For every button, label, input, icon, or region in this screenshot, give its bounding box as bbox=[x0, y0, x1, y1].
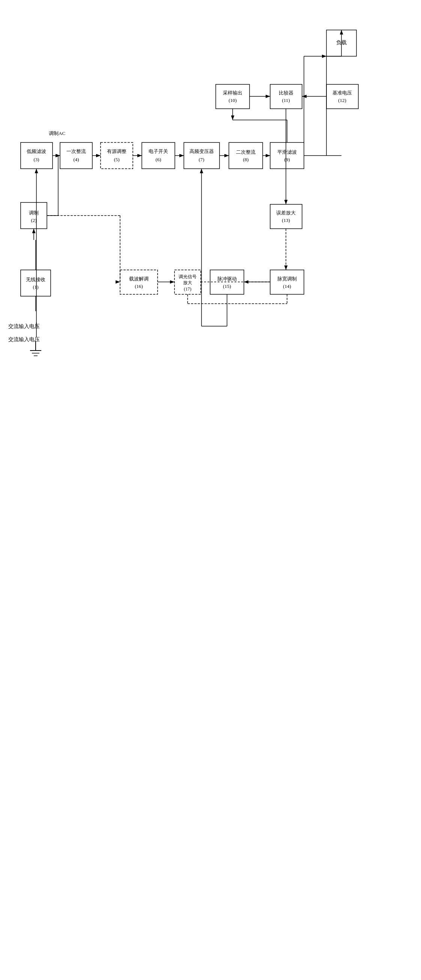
block-load bbox=[327, 30, 356, 56]
block-15-num: (15) bbox=[223, 283, 231, 289]
block-5 bbox=[100, 142, 133, 169]
diagram-container: 负载 平滑滤波 (9) 二次整流 (8) 高频变压器 (7) 电子开关 (6) … bbox=[0, 0, 421, 980]
block-10 bbox=[216, 84, 250, 109]
block-6 bbox=[142, 142, 175, 169]
block-16-label: 载波解调 bbox=[129, 276, 148, 282]
block-2 bbox=[21, 202, 47, 229]
block-3 bbox=[21, 142, 53, 169]
block-15 bbox=[210, 270, 244, 294]
block-2-label: 调制 bbox=[29, 210, 39, 216]
block-13-label: 误差放大 bbox=[276, 210, 296, 216]
block-5-label: 有源调整 bbox=[107, 148, 126, 154]
block-13-num: (13) bbox=[282, 218, 290, 223]
block-4 bbox=[60, 142, 92, 169]
block-8 bbox=[229, 142, 263, 169]
block-17-num: (17) bbox=[184, 286, 191, 292]
block-14-label: 脉宽调制 bbox=[277, 276, 297, 282]
block-11-num: (11) bbox=[282, 97, 290, 103]
block-1 bbox=[21, 270, 51, 296]
block-12-label: 基准电压 bbox=[332, 90, 352, 95]
block-15-label: 脉冲驱动 bbox=[217, 276, 237, 282]
block-17-label: 调光信号 bbox=[179, 274, 197, 279]
block-2-num: (2) bbox=[31, 218, 37, 223]
block-16 bbox=[120, 270, 158, 294]
block-9 bbox=[270, 142, 304, 169]
diagram-svg: 负载 平滑滤波 (9) 二次整流 (8) 高频变压器 (7) 电子开关 (6) … bbox=[0, 0, 421, 980]
block-17 bbox=[174, 270, 201, 294]
block-6-num: (6) bbox=[155, 157, 161, 162]
label-ac-input-text: 交流输入电压 bbox=[8, 337, 40, 342]
block-7 bbox=[184, 142, 220, 169]
block-9-num: (9) bbox=[284, 157, 290, 162]
block-8-label: 二次整流 bbox=[236, 149, 255, 155]
block-11 bbox=[270, 84, 302, 109]
block-12 bbox=[327, 84, 358, 109]
block-11-label: 比较器 bbox=[279, 90, 293, 95]
block-10-num: (10) bbox=[228, 97, 237, 103]
block-5-num: (5) bbox=[114, 157, 119, 162]
block-12-num: (12) bbox=[338, 97, 346, 103]
block-1-num: (1) bbox=[33, 284, 38, 290]
block-1-label: 无线接收 bbox=[26, 277, 45, 282]
block-3-label: 低频滤波 bbox=[27, 148, 46, 154]
block-17-label2: 放大 bbox=[183, 280, 192, 285]
label-ac-input: 交流输入电压 bbox=[8, 323, 40, 329]
block-13 bbox=[270, 204, 302, 229]
label-mod-ac: 调制AC bbox=[49, 130, 65, 136]
block-9-label: 平滑滤波 bbox=[277, 149, 297, 155]
block-14 bbox=[270, 270, 304, 294]
block-8-num: (8) bbox=[243, 157, 249, 162]
block-16-num: (16) bbox=[135, 283, 143, 289]
block-7-label: 高频变压器 bbox=[190, 148, 214, 154]
block-6-label: 电子开关 bbox=[148, 148, 168, 154]
block-7-num: (7) bbox=[198, 157, 204, 162]
block-3-num: (3) bbox=[33, 157, 39, 162]
block-10-label: 采样输出 bbox=[223, 90, 242, 95]
block-4-label: 一次整流 bbox=[66, 148, 86, 154]
block-load-label: 负载 bbox=[336, 40, 347, 45]
block-14-num: (14) bbox=[283, 283, 291, 289]
block-4-num: (4) bbox=[73, 157, 79, 162]
